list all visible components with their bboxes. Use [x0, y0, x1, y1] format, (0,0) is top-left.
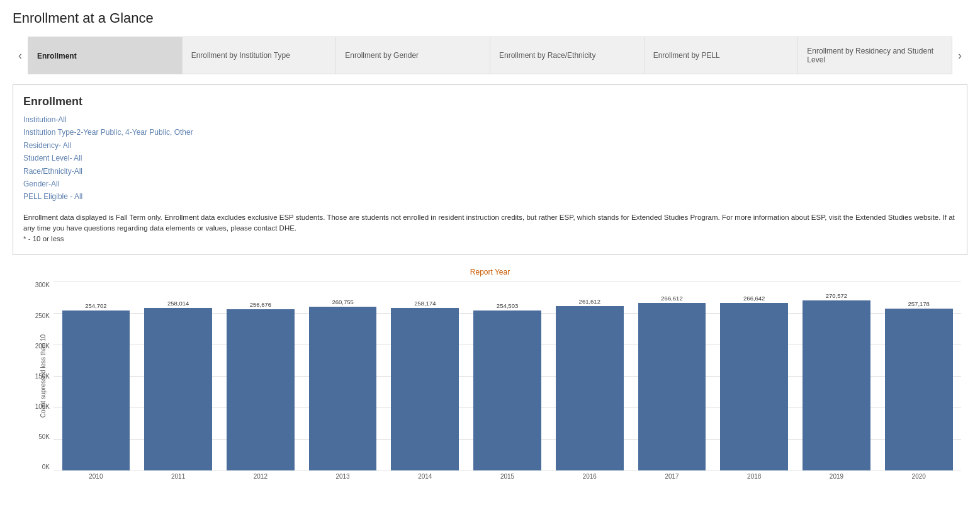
- bar-value-label: 258,174: [414, 300, 436, 307]
- tab-residency-student-level[interactable]: Enrollment by Residnecy and Student Leve…: [797, 37, 952, 74]
- x-axis-label: 2017: [632, 473, 712, 480]
- x-axis-label: 2012: [220, 473, 300, 480]
- bar-group: 266,612: [632, 282, 712, 470]
- tab-navigation: ‹ Enrollment Enrollment by Institution T…: [13, 37, 967, 74]
- x-axis-labels: 2010201120122013201420152016201720182019…: [54, 470, 961, 480]
- info-panel: Enrollment Institution-AllInstitution Ty…: [13, 84, 967, 255]
- y-tick-0k: 0K: [42, 464, 54, 470]
- bar-group: 256,676: [220, 282, 300, 470]
- bar-group: 270,572: [797, 282, 877, 470]
- info-panel-line-item: Residency- All: [23, 139, 957, 152]
- tab-nav-left-arrow[interactable]: ‹: [13, 37, 28, 74]
- info-panel-note: Enrollment data displayed is Fall Term o…: [23, 212, 957, 245]
- bar-value-label: 266,642: [743, 295, 765, 302]
- bar-value-label: 256,676: [250, 301, 271, 308]
- bar-value-label: 254,702: [85, 302, 106, 309]
- info-panel-line-item: PELL Eligible - All: [23, 190, 957, 203]
- bar-group: 258,014: [138, 282, 218, 470]
- y-tick-50k: 50K: [38, 433, 54, 440]
- chart-area: Report Year Count supressed less than 10…: [13, 268, 967, 480]
- bar-group: 254,702: [56, 282, 136, 470]
- y-tick-250k: 250K: [35, 312, 54, 319]
- info-panel-line-item: Gender-All: [23, 178, 957, 190]
- page-container: Enrollment at a Glance ‹ Enrollment Enro…: [0, 0, 980, 490]
- tab-nav-right-arrow[interactable]: ›: [952, 37, 967, 74]
- tab-gender[interactable]: Enrollment by Gender: [335, 37, 490, 74]
- y-tick-300k: 300K: [35, 282, 54, 288]
- x-axis-label: 2016: [549, 473, 629, 480]
- info-panel-title: Enrollment: [23, 95, 957, 108]
- bar-value-label: 257,178: [908, 300, 930, 307]
- bar-rect: [473, 310, 541, 471]
- bar-rect: [391, 308, 459, 470]
- bar-rect: [803, 300, 870, 471]
- bar-value-label: 261,612: [579, 298, 600, 305]
- tab-race-ethnicity[interactable]: Enrollment by Race/Ethnicity: [490, 37, 644, 74]
- info-panel-line-item: Institution-All: [23, 113, 957, 126]
- bar-value-label: 258,014: [167, 300, 189, 307]
- x-axis-label: 2013: [303, 473, 383, 480]
- bar-group: 266,642: [714, 282, 794, 470]
- tab-institution-type[interactable]: Enrollment by Institution Type: [182, 37, 336, 74]
- tab-enrollment[interactable]: Enrollment: [28, 37, 182, 74]
- bar-group: 254,503: [468, 282, 548, 470]
- x-axis-label: 2019: [797, 473, 877, 480]
- bar-rect: [144, 308, 212, 470]
- bar-rect: [638, 303, 706, 471]
- bar-group: 257,178: [879, 282, 959, 470]
- info-panel-lines: Institution-AllInstitution Type-2-Year P…: [23, 113, 957, 203]
- tabs-wrapper: Enrollment Enrollment by Institution Typ…: [28, 37, 952, 74]
- x-axis-label: 2018: [714, 473, 794, 480]
- info-panel-line-item: Race/Ethnicity-All: [23, 165, 957, 178]
- info-panel-line-item: Institution Type-2-Year Public, 4-Year P…: [23, 126, 957, 139]
- x-axis-label: 2010: [56, 473, 136, 480]
- bar-rect: [556, 306, 624, 471]
- bar-rect: [309, 307, 377, 471]
- bar-value-label: 266,612: [661, 295, 682, 302]
- bar-group: 258,174: [385, 282, 465, 470]
- bar-value-label: 254,503: [497, 302, 518, 309]
- bar-rect: [720, 303, 788, 471]
- bar-group: 261,612: [549, 282, 629, 470]
- bars-grid: 254,702258,014256,676260,755258,174254,5…: [54, 282, 961, 470]
- tab-pell[interactable]: Enrollment by PELL: [644, 37, 798, 74]
- x-axis-label: 2011: [138, 473, 218, 480]
- x-axis-label: 2015: [468, 473, 548, 480]
- chart-title: Report Year: [19, 268, 961, 276]
- bar-value-label: 260,755: [332, 299, 353, 305]
- chart-container: Count supressed less than 10 300K 250K 2…: [19, 282, 961, 470]
- y-axis-label: Count supressed less than 10: [40, 334, 47, 418]
- bar-group: 260,755: [303, 282, 383, 470]
- bar-rect: [62, 310, 130, 471]
- x-axis-label: 2014: [385, 473, 465, 480]
- bar-rect: [227, 309, 295, 471]
- bar-value-label: 270,572: [826, 292, 847, 299]
- x-axis-label: 2020: [879, 473, 959, 480]
- info-panel-line-item: Student Level- All: [23, 152, 957, 164]
- bar-rect: [885, 309, 953, 470]
- bars-row: 254,702258,014256,676260,755258,174254,5…: [54, 282, 961, 470]
- page-title: Enrollment at a Glance: [13, 10, 967, 26]
